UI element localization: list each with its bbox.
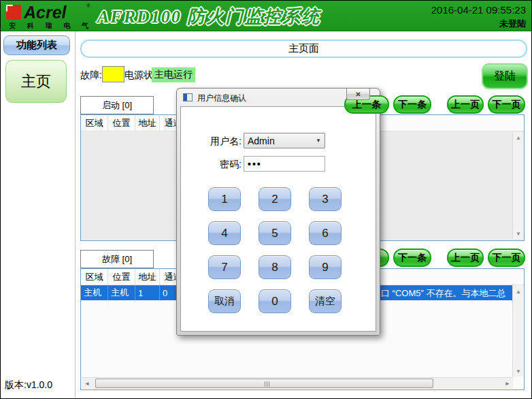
app-window: Acrel ® 安 科 瑞 电 气 AFRD100 防火门监控系统 2016-0…	[0, 0, 532, 399]
keypad-3-button[interactable]: 3	[309, 187, 342, 211]
brand-registered-mark: ®	[86, 3, 90, 9]
column-header-address: 地址	[135, 115, 160, 131]
scroll-down-icon[interactable]: ▼	[513, 228, 524, 239]
tab-fault[interactable]: 故障 [0]	[80, 250, 154, 268]
cell-area: 主机	[81, 285, 108, 300]
scroll-up-icon[interactable]: ▲	[513, 286, 524, 297]
acrel-logo: Acrel ® 安 科 瑞 电 气	[6, 3, 95, 30]
keypad-cancel-button[interactable]: 取消	[208, 289, 241, 313]
page-title: 主页面	[288, 42, 319, 55]
keypad-6-button[interactable]: 6	[309, 221, 342, 245]
numeric-keypad: 1 2 3 4 5 6 7 8 9 取消 0 清空	[208, 187, 342, 313]
keypad-4-button[interactable]: 4	[208, 221, 241, 245]
fault-prev-page-button[interactable]: 上一页	[447, 249, 484, 267]
fault-indicator	[102, 66, 124, 82]
hscroll-thumb[interactable]	[95, 379, 433, 388]
fault-label: 故障:	[80, 69, 102, 82]
password-label: 密码:	[198, 159, 242, 171]
chevron-down-icon: ▼	[312, 138, 325, 144]
scroll-down-icon[interactable]: ▼	[513, 366, 524, 377]
scroll-left-icon[interactable]: ◄	[82, 378, 93, 389]
cell-fault-message: 口 “COM5” 不存在。与本地二总	[381, 287, 505, 300]
datetime-label: 2016-04-21 09:55:23	[431, 4, 526, 16]
keypad-clear-button[interactable]: 清空	[309, 289, 342, 313]
username-label: 用户名:	[198, 135, 242, 148]
keypad-8-button[interactable]: 8	[259, 255, 291, 279]
start-prev-page-button[interactable]: 上一页	[447, 95, 484, 114]
password-input[interactable]: •••	[244, 156, 325, 172]
app-title: AFRD100 防火门监控系统	[97, 5, 320, 29]
page-title-bar: 主页面	[80, 39, 527, 58]
close-icon: ✕	[355, 91, 361, 98]
scroll-up-icon[interactable]: ▲	[513, 132, 524, 143]
acrel-logo-icon	[6, 5, 21, 20]
fault-table-vscrollbar[interactable]: ▲ ▼	[512, 286, 523, 377]
column-header-address: 地址	[135, 269, 160, 285]
cell-position: 主机	[108, 285, 135, 300]
keypad-9-button[interactable]: 9	[309, 255, 342, 279]
dialog-body: 用户名: Admin ▼ 密码: ••• 1 2 3 4 5 6 7 8 9 取…	[180, 106, 376, 332]
username-value: Admin	[244, 135, 312, 146]
cell-address: 1	[135, 285, 160, 300]
tab-start[interactable]: 启动 [0]	[80, 96, 154, 114]
keypad-2-button[interactable]: 2	[259, 187, 291, 211]
start-next-item-button[interactable]: 下一条	[393, 95, 431, 114]
dialog-title: 用户信息确认	[197, 93, 246, 104]
brand-subtitle: 安 科 瑞 电 气	[9, 21, 93, 31]
dialog-close-button[interactable]: ✕	[346, 89, 370, 100]
power-status-value: 主电运行	[152, 67, 195, 82]
sidebar-divider	[75, 31, 76, 399]
keypad-1-button[interactable]: 1	[208, 187, 241, 211]
fault-next-item-button[interactable]: 下一条	[393, 249, 431, 267]
home-button[interactable]: 主页	[5, 60, 67, 103]
scroll-right-icon[interactable]: ►	[502, 378, 513, 389]
start-next-page-button[interactable]: 下一页	[488, 95, 525, 114]
login-status-label: 未登陆	[499, 18, 526, 30]
function-list-button[interactable]: 功能列表	[3, 35, 70, 55]
keypad-0-button[interactable]: 0	[259, 289, 291, 313]
hscroll-grip-icon	[265, 381, 270, 387]
username-select[interactable]: Admin ▼	[244, 133, 325, 148]
fault-next-page-button[interactable]: 下一页	[488, 249, 525, 267]
column-header-area: 区域	[81, 115, 108, 131]
column-header-position: 位置	[108, 269, 135, 285]
header-bar: Acrel ® 安 科 瑞 电 气 AFRD100 防火门监控系统 2016-0…	[1, 1, 532, 31]
fault-table-hscrollbar[interactable]: ◄ ►	[82, 377, 513, 389]
login-button[interactable]: 登陆	[482, 63, 528, 89]
user-confirm-dialog: 用户信息确认 用户名: Admin ▼ 密码: ••• 1 2 3 4 5 6 …	[176, 88, 380, 336]
start-table-vscrollbar[interactable]: ▲ ▼	[512, 132, 523, 239]
column-header-position: 位置	[108, 115, 135, 131]
column-header-area: 区域	[81, 269, 108, 285]
keypad-7-button[interactable]: 7	[208, 255, 241, 279]
brand-name: Acrel	[24, 3, 67, 22]
version-label: 版本:v1.0.0	[5, 379, 52, 392]
dialog-window-icon	[183, 93, 193, 101]
keypad-5-button[interactable]: 5	[259, 221, 291, 245]
